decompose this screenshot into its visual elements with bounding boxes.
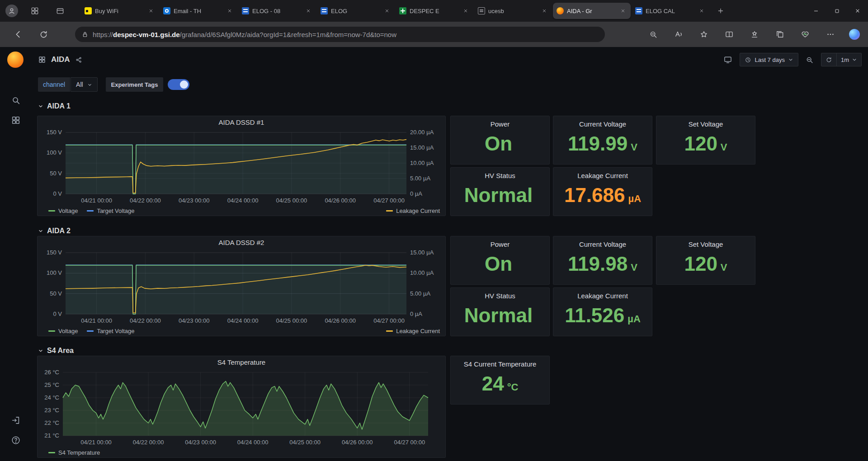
svg-text:10.00 µA: 10.00 µA — [410, 269, 434, 276]
share-icon[interactable] — [75, 56, 83, 64]
favorite-star-icon[interactable] — [697, 26, 711, 42]
legend-item[interactable]: Target Voltage — [87, 207, 134, 214]
collections-icon[interactable] — [773, 26, 787, 42]
stat-title[interactable]: Leakage Current — [553, 172, 652, 179]
svg-text:5.00 µA: 5.00 µA — [410, 175, 430, 182]
legend-item[interactable]: Voltage — [48, 207, 78, 214]
panel-title[interactable]: S4 Temperature — [38, 356, 445, 369]
stat-value: On — [451, 128, 549, 161]
variable-value-dropdown[interactable]: All — [71, 77, 98, 92]
svg-text:04/22 00:00: 04/22 00:00 — [130, 317, 161, 324]
stat-title[interactable]: Current Voltage — [553, 120, 652, 128]
chevron-down-icon — [852, 57, 857, 62]
browser-essentials-icon[interactable] — [798, 26, 812, 42]
stat-title[interactable]: HV Status — [451, 292, 549, 300]
legend-item[interactable]: Leakage Current — [386, 207, 440, 214]
read-aloud-icon[interactable] — [672, 26, 685, 42]
svg-text:04/23 00:00: 04/23 00:00 — [185, 439, 216, 446]
tab-email[interactable]: Email - TH — [160, 3, 237, 19]
panel-title[interactable]: AIDA DSSD #2 — [38, 236, 445, 249]
time-series-chart-s4[interactable]: 26 °C25 °C24 °C23 °C22 °C21 °C04/21 00:0… — [38, 369, 445, 447]
stat-title[interactable]: HV Status — [451, 172, 549, 179]
back-icon[interactable] — [10, 26, 26, 42]
minimize-button[interactable] — [806, 0, 826, 22]
toggle-knob — [180, 80, 188, 89]
split-screen-icon[interactable] — [722, 26, 736, 42]
profile-avatar[interactable] — [5, 5, 18, 17]
dashboard-toolbar: Last 7 days 1m — [721, 53, 862, 66]
refresh-interval-label: 1m — [841, 56, 849, 63]
tab-close-icon[interactable] — [147, 7, 155, 15]
tab-close-icon[interactable] — [462, 7, 470, 15]
favorites-bar-icon[interactable] — [748, 26, 761, 42]
stat-title[interactable]: Power — [451, 240, 549, 248]
maximize-button[interactable] — [826, 0, 847, 22]
new-tab-button[interactable] — [713, 4, 728, 18]
address-bar[interactable]: https://despec-vm-01.gsi.de/grafana/d/6S… — [75, 27, 605, 42]
time-range-picker[interactable]: Last 7 days — [740, 53, 798, 66]
tab-despec[interactable]: DESPEC E — [396, 3, 473, 19]
legend-label: Leakage Current — [396, 207, 440, 214]
tab-buy-wifi[interactable]: Buy WiFi — [81, 3, 159, 19]
tab-close-icon[interactable] — [619, 7, 627, 15]
tv-mode-icon[interactable] — [721, 52, 735, 68]
stat-panel-current-voltage-1: Current Voltage 119.99V — [553, 116, 652, 165]
svg-text:04/25 00:00: 04/25 00:00 — [276, 317, 307, 324]
refresh-interval-dropdown[interactable]: 1m — [836, 53, 861, 66]
refresh-icon[interactable] — [821, 53, 836, 66]
dashboard-title[interactable]: AIDA — [51, 55, 70, 64]
panel-title[interactable]: AIDA DSSD #1 — [38, 116, 445, 129]
stat-panel-set-voltage-2: Set Voltage 120V — [656, 236, 755, 285]
zoom-out-icon[interactable] — [803, 52, 816, 68]
tab-close-icon[interactable] — [226, 7, 234, 15]
time-series-chart-dssd1[interactable]: 150 V100 V50 V0 V20.00 µA15.00 µA10.00 µ… — [38, 129, 445, 206]
copilot-icon[interactable] — [849, 29, 860, 40]
section-header-s4-area[interactable]: S4 Area — [38, 346, 74, 356]
tab-label: ELOG — [331, 8, 380, 14]
legend-label: Target Voltage — [97, 328, 134, 334]
dashboards-icon[interactable] — [9, 114, 22, 127]
section-header-aida-2[interactable]: AIDA 2 — [38, 226, 71, 236]
workspaces-icon[interactable] — [26, 3, 43, 19]
time-series-chart-dssd2[interactable]: 150 V100 V50 V0 V15.00 µA10.00 µA5.00 µA… — [38, 249, 445, 326]
legend-item[interactable]: Leakage Current — [386, 328, 440, 334]
stat-title[interactable]: Leakage Current — [553, 292, 652, 300]
svg-text:23 °C: 23 °C — [44, 407, 59, 414]
tab-elog-08[interactable]: ELOG - 08 — [238, 3, 316, 19]
tab-aida-active[interactable]: AIDA - Gr — [553, 3, 631, 19]
close-window-button[interactable] — [847, 0, 868, 22]
help-icon[interactable] — [9, 434, 22, 447]
legend-item[interactable]: S4 Temperature — [48, 449, 100, 456]
stat-title[interactable]: S4 Current Temperature — [451, 360, 549, 368]
stat-title[interactable]: Set Voltage — [656, 120, 755, 128]
search-icon[interactable] — [9, 94, 22, 107]
tab-close-icon[interactable] — [383, 7, 391, 15]
zoom-search-icon[interactable] — [646, 26, 660, 42]
tab-actions-icon[interactable] — [52, 3, 69, 19]
tab-close-icon[interactable] — [540, 7, 548, 15]
grafana-logo[interactable] — [7, 52, 24, 68]
svg-text:04/25 00:00: 04/25 00:00 — [289, 439, 321, 446]
reload-icon[interactable] — [35, 26, 52, 42]
legend-item[interactable]: Voltage — [48, 328, 78, 334]
tab-close-icon[interactable] — [698, 7, 706, 15]
stat-title[interactable]: Set Voltage — [656, 240, 755, 248]
tab-ucesb[interactable]: ucesb — [474, 3, 552, 19]
apps-grid-icon[interactable] — [38, 56, 46, 64]
svg-text:150 V: 150 V — [47, 249, 62, 256]
tab-elog-cal[interactable]: ELOG CAL — [632, 3, 709, 19]
experiment-tags-toggle[interactable] — [168, 79, 189, 90]
legend-item[interactable]: Target Voltage — [87, 328, 134, 334]
sign-in-icon[interactable] — [9, 414, 22, 427]
tab-elog[interactable]: ELOG — [317, 3, 395, 19]
svg-text:10.00 µA: 10.00 µA — [410, 160, 434, 166]
tab-close-icon[interactable] — [304, 7, 312, 15]
legend-swatch — [386, 330, 393, 332]
settings-ellipsis-icon[interactable] — [824, 26, 837, 42]
section-header-aida-1[interactable]: AIDA 1 — [38, 101, 71, 111]
svg-text:04/24 00:00: 04/24 00:00 — [227, 197, 259, 204]
chevron-down-icon — [87, 82, 92, 87]
svg-text:50 V: 50 V — [50, 170, 62, 177]
stat-title[interactable]: Current Voltage — [553, 240, 652, 248]
stat-title[interactable]: Power — [451, 120, 549, 128]
